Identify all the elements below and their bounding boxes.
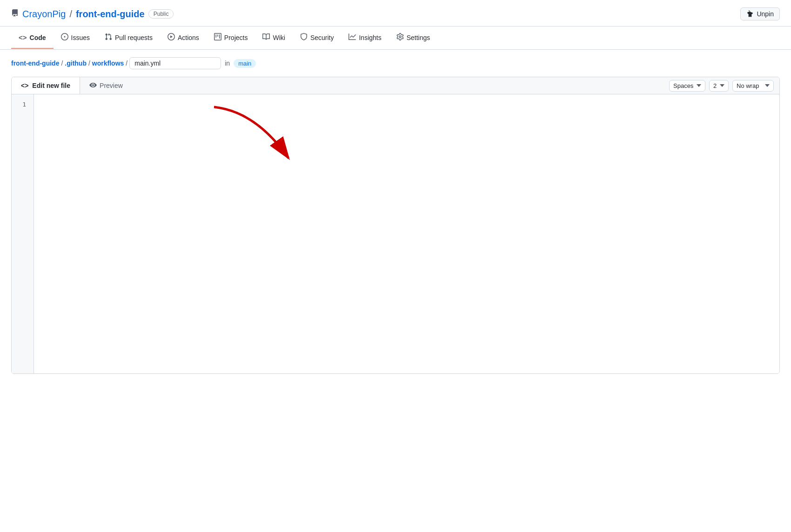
toolbar-controls: Spaces Tabs 2 4 8 No wrap Soft wrap <box>664 80 779 92</box>
spaces-select[interactable]: Spaces Tabs <box>669 80 705 92</box>
preview-icon <box>89 82 97 89</box>
projects-icon <box>214 33 221 42</box>
tab-issues[interactable]: Issues <box>54 27 97 49</box>
code-brackets-icon: <> <box>21 82 28 89</box>
repo-title: CrayonPig / front-end-guide Public <box>11 9 174 20</box>
line-number-1: 1 <box>19 100 26 110</box>
editor-body: 1 <box>12 94 779 373</box>
preview-tab[interactable]: Preview <box>80 77 132 94</box>
branch-badge: main <box>234 59 256 68</box>
edit-tab-label: Edit new file <box>32 82 70 89</box>
tab-settings[interactable]: Settings <box>389 27 438 49</box>
breadcrumb-sep-3: / <box>126 60 127 67</box>
breadcrumb-github[interactable]: .github <box>65 60 87 67</box>
repo-icon <box>11 9 19 19</box>
indent-select[interactable]: 2 4 8 <box>709 80 729 92</box>
line-numbers: 1 <box>12 94 34 373</box>
tab-pr-label: Pull requests <box>115 34 153 41</box>
settings-icon <box>396 33 404 42</box>
editor-toolbar: <> Edit new file Preview Spaces Tabs 2 4… <box>12 77 779 94</box>
security-icon <box>300 33 308 42</box>
tab-insights[interactable]: Insights <box>341 27 389 49</box>
breadcrumb: front-end-guide / .github / workflows / … <box>0 50 791 77</box>
tab-security[interactable]: Security <box>293 27 342 49</box>
tab-projects[interactable]: Projects <box>207 27 255 49</box>
editor-wrapper: <> Edit new file Preview Spaces Tabs 2 4… <box>0 77 791 374</box>
nav-tabs: <> Code Issues Pull requests Actions Pro… <box>0 27 791 50</box>
code-icon: <> <box>19 33 27 41</box>
actions-icon <box>168 33 175 42</box>
tab-code[interactable]: <> Code <box>11 27 54 49</box>
filename-input[interactable] <box>129 57 221 69</box>
tab-code-label: Code <box>30 34 46 41</box>
wrap-select[interactable]: No wrap Soft wrap <box>732 80 774 92</box>
repo-owner-link[interactable]: CrayonPig <box>22 9 66 20</box>
editor-container: <> Edit new file Preview Spaces Tabs 2 4… <box>11 77 780 374</box>
unpin-label: Unpin <box>757 10 774 18</box>
tab-insights-label: Insights <box>359 34 381 41</box>
tab-projects-label: Projects <box>224 34 248 41</box>
breadcrumb-workflows[interactable]: workflows <box>92 60 124 67</box>
tab-wiki[interactable]: Wiki <box>255 27 292 49</box>
tab-wiki-label: Wiki <box>273 34 285 41</box>
preview-tab-label: Preview <box>100 82 123 89</box>
tab-settings-label: Settings <box>407 34 430 41</box>
breadcrumb-root[interactable]: front-end-guide <box>11 60 59 67</box>
breadcrumb-sep-1: / <box>61 60 63 67</box>
tab-actions[interactable]: Actions <box>160 27 207 49</box>
repo-name-link[interactable]: front-end-guide <box>76 9 145 20</box>
tab-pull-requests[interactable]: Pull requests <box>97 27 160 49</box>
pull-request-icon <box>105 33 112 42</box>
tab-actions-label: Actions <box>178 34 199 41</box>
insights-icon <box>349 33 356 42</box>
edit-tab[interactable]: <> Edit new file <box>12 77 80 94</box>
breadcrumb-sep-2: / <box>88 60 90 67</box>
repo-header: CrayonPig / front-end-guide Public Unpin <box>0 0 791 27</box>
tab-issues-label: Issues <box>71 34 90 41</box>
editor-textarea[interactable] <box>34 94 779 373</box>
breadcrumb-in-label: in <box>225 60 230 67</box>
unpin-button[interactable]: Unpin <box>740 7 780 20</box>
repo-visibility-badge: Public <box>148 9 174 19</box>
wiki-icon <box>262 33 270 42</box>
repo-separator: / <box>69 9 72 20</box>
tab-security-label: Security <box>310 34 334 41</box>
issues-icon <box>61 33 68 42</box>
